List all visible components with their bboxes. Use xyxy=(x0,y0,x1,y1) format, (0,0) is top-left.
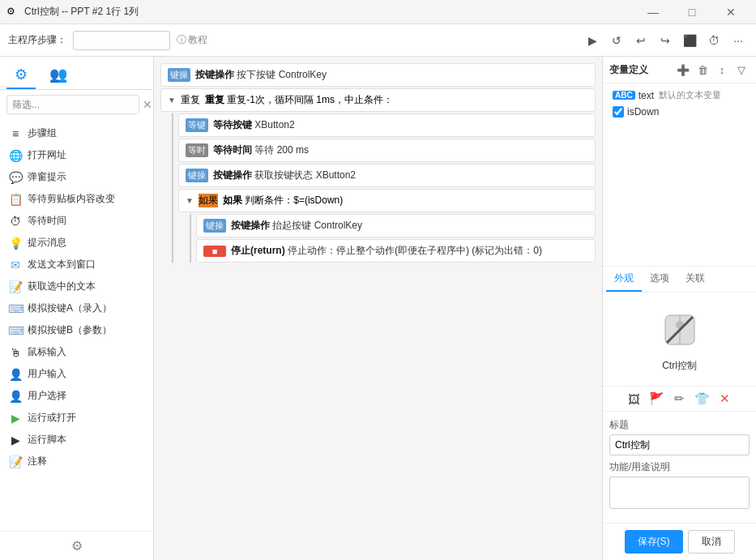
repeat-icon: 重复 xyxy=(181,93,200,107)
sidebar-item-simulate-a[interactable]: ⌨ 模拟按键A（录入） xyxy=(0,297,153,319)
var-item-isdown[interactable]: isDown xyxy=(609,104,750,120)
var-name-isdown: isDown xyxy=(627,106,659,118)
sidebar-item-dialog[interactable]: 💬 弹窗提示 xyxy=(0,166,153,188)
stop-icon: ■ xyxy=(203,246,226,257)
shirt-icon-btn[interactable]: 👕 xyxy=(694,390,711,408)
history-button[interactable]: ⏱ xyxy=(704,31,724,50)
if-children: 键操 按键操作 抬起按键 ControlKey ■ 停止(return) 停止动… xyxy=(190,214,596,263)
save-button[interactable]: 保存(S) xyxy=(625,530,683,554)
step-keyop-press[interactable]: 键操 按键操作 按下按键 ControlKey xyxy=(160,63,596,87)
desc-field-label: 功能/用途说明 xyxy=(609,460,750,474)
user-select-icon: 👤 xyxy=(8,390,23,403)
comment-icon: 📝 xyxy=(8,455,23,468)
if-collapse-icon[interactable]: ▼ xyxy=(186,196,194,205)
if-text: 如果 判断条件：$=(isDown) xyxy=(223,194,343,207)
desc-textarea[interactable] xyxy=(609,477,750,509)
step-wait-time[interactable]: 等时 等待时间 等待 200 ms xyxy=(178,139,596,162)
var-item-text[interactable]: ABC text 默认的文本变量 xyxy=(609,87,750,104)
keyop-icon: 键操 xyxy=(168,68,190,82)
step-if-header[interactable]: ▼ 如果 如果 判断条件：$=(isDown) xyxy=(178,189,596,212)
preview-area: Ctrl控制 xyxy=(603,293,756,386)
content-area: ⚙ 👥 ✕ ≡ 步骤组 🌐 打开网址 💬 弹窗提示 xyxy=(0,57,756,560)
preview-label: Ctrl控制 xyxy=(662,359,697,373)
cancel-button[interactable]: 取消 xyxy=(688,530,735,554)
sidebar-tabs: ⚙ 👥 xyxy=(0,57,153,90)
filter-var-button[interactable]: ▽ xyxy=(733,62,750,78)
step-stop[interactable]: ■ 停止(return) 停止动作：停止整个动作(即便在子程序中) (标记为出错… xyxy=(196,239,596,263)
sidebar-item-send-text[interactable]: ✉ 发送文本到窗口 xyxy=(0,254,153,276)
sidebar-item-mouse[interactable]: 🖱 鼠标输入 xyxy=(0,341,153,363)
open-url-icon: 🌐 xyxy=(8,149,23,162)
image-icon-btn[interactable]: 🖼 xyxy=(626,390,643,408)
step-wait-key[interactable]: 等键 等待按键 XButton2 xyxy=(178,113,596,137)
edit-icon-btn[interactable]: ✏ xyxy=(671,390,689,408)
var-name-text: text xyxy=(639,90,654,101)
help-link[interactable]: ⓘ 教程 xyxy=(177,33,207,47)
sidebar-item-user-select[interactable]: 👤 用户选择 xyxy=(0,385,153,407)
tab-options[interactable]: 选项 xyxy=(642,267,677,292)
more-button[interactable]: ··· xyxy=(728,31,748,50)
title-field-label: 标题 xyxy=(609,418,750,432)
play-button[interactable]: ▶ xyxy=(583,31,602,50)
toolbar: 主程序步骤： ⓘ 教程 ▶ ↺ ↩ ↪ ⬛ ⏱ ··· xyxy=(0,24,756,57)
sidebar-item-user-input[interactable]: 👤 用户输入 xyxy=(0,363,153,385)
clipboard-icon: 📋 xyxy=(8,193,23,206)
var-desc-text: 默认的文本变量 xyxy=(659,89,721,101)
run-open-icon: ▶ xyxy=(8,412,23,425)
step-input[interactable] xyxy=(73,31,170,50)
wait-time-step-icon: 等时 xyxy=(186,143,208,157)
dialog-icon: 💬 xyxy=(8,171,23,184)
step-repeat-header[interactable]: ▼ 重复 重复 重复-1次，循环间隔 1ms，中止条件： xyxy=(160,88,596,112)
isdown-checkbox[interactable] xyxy=(613,106,624,118)
refresh-button[interactable]: ↺ xyxy=(607,31,626,50)
maximize-button[interactable]: □ xyxy=(673,0,711,24)
title-bar: ⚙ Ctrl控制 -- PPT #2 1行 1列 — □ ✕ xyxy=(0,0,756,24)
record-button[interactable]: ⬛ xyxy=(680,31,699,50)
sidebar-item-step-group[interactable]: ≡ 步骤组 xyxy=(0,122,153,144)
sidebar-item-simulate-b[interactable]: ⌨ 模拟按键B（参数） xyxy=(0,319,153,341)
right-bottom: 外观 选项 关联 Ctrl xyxy=(603,266,756,560)
delete-var-button[interactable]: 🗑 xyxy=(694,62,711,78)
search-clear-icon[interactable]: ✕ xyxy=(143,98,152,111)
search-input[interactable] xyxy=(6,95,139,114)
sidebar-item-wait-time[interactable]: ⏱ 等待时间 xyxy=(0,210,153,232)
sidebar-item-run-open[interactable]: ▶ 运行或打开 xyxy=(0,407,153,429)
sidebar-tab-steps[interactable]: ⚙ xyxy=(6,62,36,89)
right-panel-header: 变量定义 ➕ 🗑 ↕ ▽ xyxy=(603,57,756,83)
var-panel-title: 变量定义 xyxy=(609,63,672,77)
sort-var-button[interactable]: ↕ xyxy=(714,62,730,78)
center-panel: 键操 按键操作 按下按键 ControlKey ▼ 重复 重复 重复-1次，循环… xyxy=(154,57,602,560)
undo-button[interactable]: ↩ xyxy=(631,31,651,50)
sidebar-item-get-text[interactable]: 📝 获取选中的文本 xyxy=(0,276,153,297)
run-script-icon: ▶ xyxy=(8,434,23,447)
step-keyop-state[interactable]: 键操 按键操作 获取按键状态 XButton2 xyxy=(178,164,596,187)
sidebar-item-hint[interactable]: 💡 提示消息 xyxy=(0,232,153,254)
settings-icon[interactable]: ⚙ xyxy=(71,538,83,554)
step-text: 按键操作 按下按键 ControlKey xyxy=(195,68,327,82)
sidebar-item-comment[interactable]: 📝 注释 xyxy=(0,451,153,472)
simulate-b-icon: ⌨ xyxy=(8,324,23,337)
keyop-release-icon: 键操 xyxy=(203,219,226,233)
mouse-icon: 🖱 xyxy=(8,346,23,359)
form-section: 标题 功能/用途说明 xyxy=(603,412,756,523)
sidebar-item-run-script[interactable]: ▶ 运行脚本 xyxy=(0,429,153,451)
minimize-button[interactable]: — xyxy=(634,0,672,24)
step-group-repeat: ▼ 重复 重复 重复-1次，循环间隔 1ms，中止条件： 等键 等待按键 XBu… xyxy=(160,88,596,263)
step-keyop-release[interactable]: 键操 按键操作 抬起按键 ControlKey xyxy=(196,214,596,237)
flag-icon-btn[interactable]: 🚩 xyxy=(648,390,666,408)
wait-time-icon: ⏱ xyxy=(8,215,23,228)
close-button[interactable]: ✕ xyxy=(712,0,750,24)
tab-appearance[interactable]: 外观 xyxy=(606,267,642,292)
delete-icon-btn[interactable]: ✕ xyxy=(716,390,734,408)
keyop-state-text: 按键操作 获取按键状态 XButton2 xyxy=(213,169,356,182)
title-input[interactable] xyxy=(609,434,750,455)
tab-relations[interactable]: 关联 xyxy=(677,267,713,292)
redo-button[interactable]: ↪ xyxy=(656,31,675,50)
sidebar-tab-groups[interactable]: 👥 xyxy=(44,62,73,89)
sidebar-item-clipboard[interactable]: 📋 等待剪贴板内容改变 xyxy=(0,188,153,210)
add-var-button[interactable]: ➕ xyxy=(675,62,691,78)
collapse-icon[interactable]: ▼ xyxy=(168,96,176,105)
keyop-state-icon: 键操 xyxy=(186,169,208,182)
sidebar-item-open-url[interactable]: 🌐 打开网址 xyxy=(0,144,153,166)
app-icon: ⚙ xyxy=(6,6,19,19)
